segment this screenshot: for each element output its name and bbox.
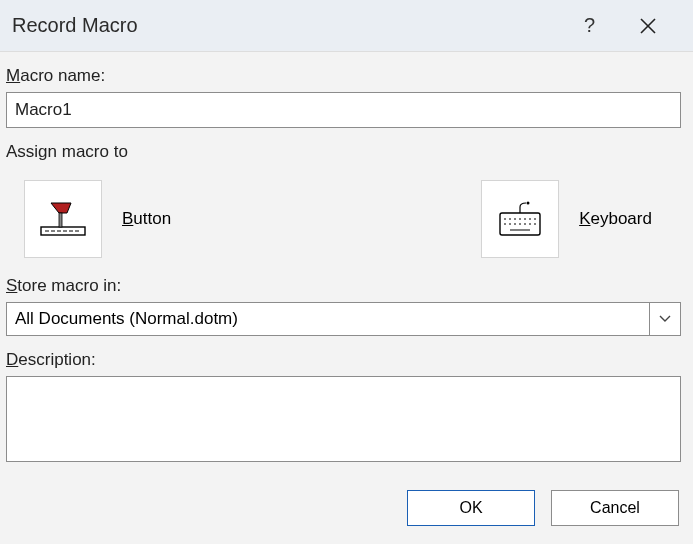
description-label: Description: [6, 350, 681, 370]
dialog-footer: OK Cancel [0, 474, 693, 544]
assign-keyboard-label: Keyboard [579, 209, 652, 229]
macro-name-input[interactable] [6, 92, 681, 128]
ok-button[interactable]: OK [407, 490, 535, 526]
dialog-title: Record Macro [10, 14, 576, 37]
keyboard-icon [481, 180, 559, 258]
assign-row: Button Keyboard [6, 180, 681, 258]
button-icon [24, 180, 102, 258]
assign-keyboard-option[interactable]: Keyboard [481, 180, 652, 258]
dialog-content: Macro name: Assign macro to Button [0, 52, 693, 474]
store-in-label: Store macro in: [6, 276, 681, 296]
assign-to-label: Assign macro to [6, 142, 681, 162]
record-macro-dialog: Record Macro ? Macro name: Assign macro … [0, 0, 693, 544]
store-in-select[interactable]: All Documents (Normal.dotm) [6, 302, 681, 336]
svg-marker-9 [51, 203, 71, 213]
assign-button-option[interactable]: Button [24, 180, 171, 258]
svg-rect-10 [59, 213, 62, 227]
help-icon[interactable]: ? [576, 10, 603, 41]
titlebar: Record Macro ? [0, 0, 693, 52]
titlebar-buttons: ? [576, 10, 683, 41]
macro-name-label: Macro name: [6, 66, 681, 86]
close-icon[interactable] [635, 13, 661, 39]
svg-point-12 [527, 202, 530, 205]
cancel-button[interactable]: Cancel [551, 490, 679, 526]
description-input[interactable] [6, 376, 681, 462]
assign-button-label: Button [122, 209, 171, 229]
store-in-value: All Documents (Normal.dotm) [6, 302, 649, 336]
chevron-down-icon[interactable] [649, 302, 681, 336]
